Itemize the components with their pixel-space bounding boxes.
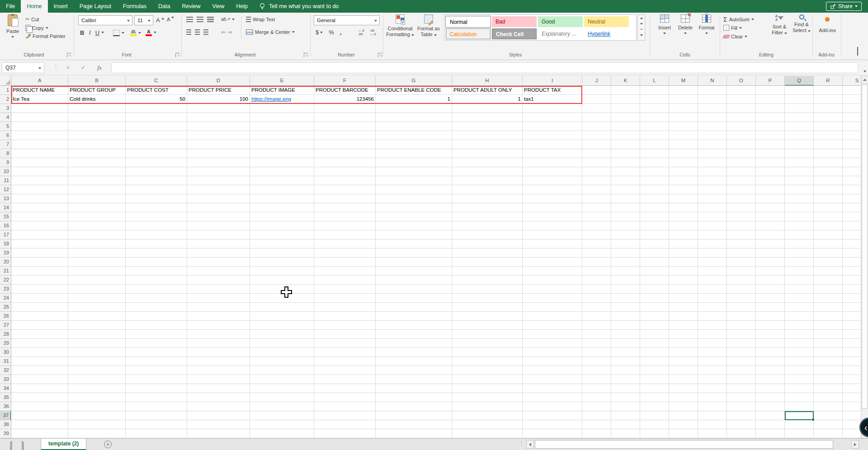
- cell-F29[interactable]: [314, 339, 376, 348]
- cell-A31[interactable]: [11, 357, 68, 366]
- cell-Q28[interactable]: [785, 330, 814, 339]
- cell-F8[interactable]: [314, 149, 376, 158]
- cell-C13[interactable]: [126, 194, 187, 203]
- cell-D16[interactable]: [187, 221, 250, 230]
- cell-I10[interactable]: [523, 167, 582, 176]
- cell-G18[interactable]: [376, 239, 452, 248]
- row-header-2[interactable]: 2: [0, 95, 11, 104]
- cell-I7[interactable]: [523, 140, 582, 149]
- cell-K2[interactable]: [611, 95, 640, 104]
- cell-J26[interactable]: [582, 312, 611, 321]
- cell-L31[interactable]: [640, 357, 669, 366]
- cell-J32[interactable]: [582, 366, 611, 375]
- cell-K39[interactable]: [611, 429, 640, 438]
- cell-A3[interactable]: [11, 104, 68, 113]
- cell-L30[interactable]: [640, 348, 669, 357]
- decrease-decimal-button[interactable]: .00→.0: [370, 29, 376, 36]
- cell-O35[interactable]: [727, 393, 756, 402]
- cell-R24[interactable]: [814, 294, 843, 303]
- cell-G11[interactable]: [376, 176, 452, 185]
- cell-O18[interactable]: [727, 239, 756, 248]
- row-header-28[interactable]: 28: [0, 330, 11, 339]
- format-cells-button[interactable]: Format: [696, 14, 717, 34]
- cell-P13[interactable]: [756, 194, 785, 203]
- cell-C36[interactable]: [126, 402, 187, 411]
- cell-F1[interactable]: PRODUCT BARCODE: [314, 86, 376, 95]
- row-header-15[interactable]: 15: [0, 212, 11, 221]
- cell-Q12[interactable]: [785, 185, 814, 194]
- cell-H30[interactable]: [452, 348, 523, 357]
- cell-Q36[interactable]: [785, 402, 814, 411]
- cell-C1[interactable]: PRODUCT COST: [126, 86, 187, 95]
- row-header-16[interactable]: 16: [0, 221, 11, 230]
- cell-S37[interactable]: [843, 411, 861, 420]
- cell-E30[interactable]: [250, 348, 314, 357]
- cell-L17[interactable]: [640, 230, 669, 239]
- cell-P5[interactable]: [756, 122, 785, 131]
- cell-B30[interactable]: [68, 348, 126, 357]
- cell-E35[interactable]: [250, 393, 314, 402]
- cell-P3[interactable]: [756, 104, 785, 113]
- row-header-8[interactable]: 8: [0, 149, 11, 158]
- cell-B17[interactable]: [68, 230, 126, 239]
- cell-G35[interactable]: [376, 393, 452, 402]
- align-top-icon[interactable]: [186, 17, 193, 22]
- cell-F13[interactable]: [314, 194, 376, 203]
- cell-J11[interactable]: [582, 176, 611, 185]
- cell-C25[interactable]: [126, 303, 187, 312]
- cell-R37[interactable]: [814, 411, 843, 420]
- cell-I25[interactable]: [523, 303, 582, 312]
- cell-O15[interactable]: [727, 212, 756, 221]
- cell-R27[interactable]: [814, 321, 843, 330]
- cell-N11[interactable]: [698, 176, 727, 185]
- cell-H6[interactable]: [452, 131, 523, 140]
- cell-G13[interactable]: [376, 194, 452, 203]
- cell-C4[interactable]: [126, 113, 187, 122]
- cell-B38[interactable]: [68, 420, 126, 429]
- cell-C20[interactable]: [126, 258, 187, 267]
- cell-C15[interactable]: [126, 212, 187, 221]
- cell-M35[interactable]: [669, 393, 698, 402]
- cell-I5[interactable]: [523, 122, 582, 131]
- format-as-table-button[interactable]: Format as Table: [416, 14, 441, 38]
- cell-D38[interactable]: [187, 420, 250, 429]
- cell-A38[interactable]: [11, 420, 68, 429]
- cell-P2[interactable]: [756, 95, 785, 104]
- cell-C5[interactable]: [126, 122, 187, 131]
- cell-N17[interactable]: [698, 230, 727, 239]
- cell-B31[interactable]: [68, 357, 126, 366]
- cell-N20[interactable]: [698, 258, 727, 267]
- menu-tab-help[interactable]: Help: [230, 0, 254, 13]
- cell-B10[interactable]: [68, 167, 126, 176]
- cell-K22[interactable]: [611, 276, 640, 285]
- prev-sheet-button[interactable]: [10, 442, 12, 450]
- column-header-E[interactable]: E: [250, 76, 314, 86]
- cell-M39[interactable]: [669, 429, 698, 438]
- cell-N13[interactable]: [698, 194, 727, 203]
- cell-L9[interactable]: [640, 158, 669, 167]
- column-header-P[interactable]: P: [756, 76, 785, 86]
- cell-R30[interactable]: [814, 348, 843, 357]
- cell-A4[interactable]: [11, 113, 68, 122]
- cell-O23[interactable]: [727, 285, 756, 294]
- clipboard-dialog-launcher[interactable]: ↘: [67, 53, 71, 57]
- row-header-21[interactable]: 21: [0, 267, 11, 276]
- cell-S11[interactable]: [843, 176, 861, 185]
- cell-D36[interactable]: [187, 402, 250, 411]
- cell-F3[interactable]: [314, 104, 376, 113]
- cell-I29[interactable]: [523, 339, 582, 348]
- vertical-scrollbar[interactable]: [861, 76, 868, 438]
- cell-D5[interactable]: [187, 122, 250, 131]
- cell-K30[interactable]: [611, 348, 640, 357]
- cell-J7[interactable]: [582, 140, 611, 149]
- align-bottom-icon[interactable]: [207, 17, 214, 22]
- cell-A14[interactable]: [11, 203, 68, 212]
- cell-M13[interactable]: [669, 194, 698, 203]
- cell-F9[interactable]: [314, 158, 376, 167]
- align-left-icon[interactable]: [186, 29, 191, 35]
- cell-P34[interactable]: [756, 384, 785, 393]
- row-header-11[interactable]: 11: [0, 176, 11, 185]
- cell-F15[interactable]: [314, 212, 376, 221]
- cell-M5[interactable]: [669, 122, 698, 131]
- cell-P18[interactable]: [756, 239, 785, 248]
